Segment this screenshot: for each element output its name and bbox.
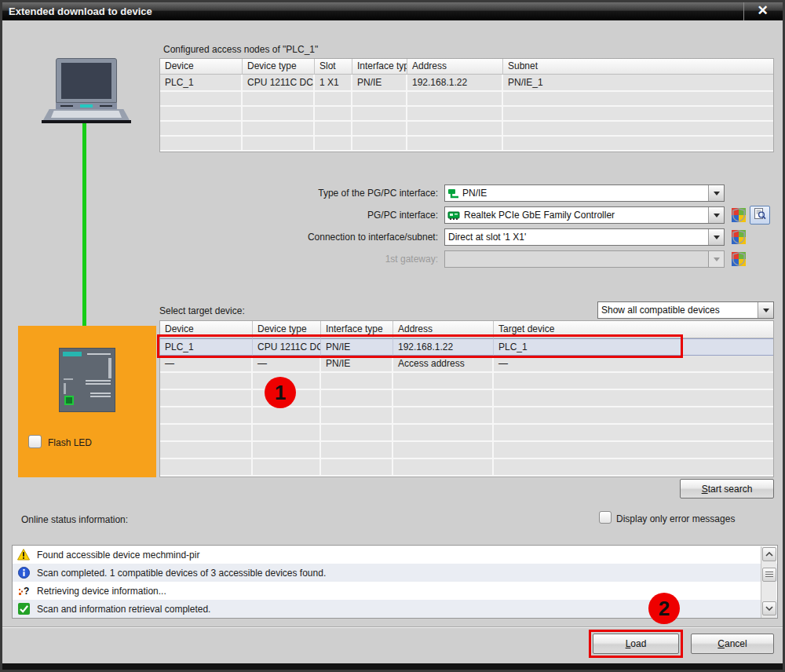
cell-address: Access address — [393, 356, 494, 373]
table-row-empty — [160, 442, 773, 459]
info-icon — [17, 567, 30, 579]
connection-subnet-dropdown[interactable]: Direct at slot '1 X1' — [444, 228, 725, 246]
load-button[interactable]: Load — [593, 634, 679, 654]
plc-graphic — [59, 348, 115, 412]
scroll-thumb[interactable] — [762, 568, 776, 582]
col-target-device: Target device — [494, 321, 773, 338]
status-row: Scan completed. 1 compatible devices of … — [13, 564, 777, 582]
cell-target-device: — — [494, 356, 773, 373]
uac-shield-icon — [732, 252, 746, 266]
device-filter-value: Show all compatible devices — [598, 305, 758, 316]
status-scrollbar[interactable] — [761, 546, 776, 618]
error-filter-label: Display only error messages — [616, 513, 735, 524]
cell-address: 192.168.1.22 — [393, 338, 494, 356]
close-icon[interactable]: ✕ — [743, 2, 781, 20]
network-adapter-icon — [447, 210, 461, 221]
network-cable-graphic — [82, 123, 86, 352]
cancel-button[interactable]: Cancel — [691, 634, 774, 654]
select-target-label: Select target device: — [159, 305, 245, 316]
table-row-empty — [160, 137, 773, 152]
chevron-down-icon[interactable] — [708, 185, 724, 201]
col-interface-type: Interface type — [352, 59, 407, 75]
col-address: Address — [393, 321, 494, 338]
table-row[interactable]: PLC_1 CPU 1211C DC/D... 1 X1 PN/IE 192.1… — [160, 75, 773, 92]
status-row: Found accessible device mechmind-pir — [13, 546, 777, 564]
cell-target-device: PLC_1 — [494, 338, 773, 356]
cell-device: PLC_1 — [160, 338, 253, 356]
extended-download-dialog: Extended download to device ✕ Configured… — [0, 0, 785, 672]
magnifier-icon — [754, 207, 766, 223]
pgpc-interface-value: Realtek PCIe GbE Family Controller — [461, 210, 708, 221]
uac-shield-icon — [732, 208, 746, 222]
configured-nodes-label: Configured access nodes of "PLC_1" — [163, 44, 318, 55]
annotation-step-1: 1 — [265, 377, 296, 408]
table-row-empty — [160, 425, 773, 442]
cell-interface-type: PN/IE — [321, 338, 393, 356]
cell-address: 192.168.1.22 — [407, 75, 503, 92]
cell-interface-type: PN/IE — [352, 75, 407, 92]
target-device-table: Device Device type Interface type Addres… — [159, 320, 774, 477]
chevron-down-icon[interactable] — [758, 302, 773, 318]
table-row-empty — [160, 107, 773, 122]
start-search-label: Start search — [702, 484, 753, 495]
table-row-empty — [160, 92, 773, 107]
dialog-titlebar: Extended download to device ✕ — [2, 2, 783, 20]
pgpc-type-value: PN/IE — [459, 188, 708, 199]
chevron-down-icon[interactable] — [708, 229, 724, 245]
annotation-step-2: 2 — [648, 593, 680, 624]
configured-nodes-table: Device Device type Slot Interface type A… — [159, 58, 774, 152]
table-row-empty — [160, 390, 773, 407]
chevron-down-icon[interactable] — [708, 207, 724, 223]
online-status-label: Online status information: — [21, 514, 128, 525]
cell-slot: 1 X1 — [315, 75, 352, 92]
flash-led-label: Flash LED — [48, 437, 92, 448]
status-text: Retrieving device information... — [37, 586, 166, 597]
load-label: Load — [626, 638, 647, 649]
table-row-selected[interactable]: PLC_1 CPU 1211C DC/D... PN/IE 192.168.1.… — [160, 338, 773, 356]
scroll-up-icon[interactable] — [762, 547, 776, 561]
col-device: Device — [160, 321, 253, 338]
dialog-bottom-border — [2, 663, 783, 670]
cancel-label: Cancel — [717, 638, 747, 649]
table-row-empty — [160, 459, 773, 477]
flash-led-checkbox[interactable] — [28, 435, 42, 448]
cell-subnet: PN/IE_1 — [503, 75, 773, 92]
table-row-empty — [160, 373, 773, 390]
scroll-down-icon[interactable] — [762, 601, 776, 615]
pnie-icon — [447, 188, 459, 199]
table-header-row: Device Device type Interface type Addres… — [160, 321, 773, 338]
first-gateway-label: 1st gateway: — [191, 254, 438, 265]
cell-device: PLC_1 — [160, 75, 243, 92]
col-subnet: Subnet — [503, 59, 773, 75]
dialog-title: Extended download to device — [9, 2, 152, 20]
col-interface-type: Interface type — [321, 321, 393, 338]
table-row[interactable]: — — PN/IE Access address — — [160, 356, 773, 373]
cell-interface-type: PN/IE — [321, 356, 393, 373]
target-device-panel — [18, 326, 156, 477]
error-filter-checkbox[interactable] — [599, 511, 612, 524]
interface-properties-button[interactable] — [750, 206, 770, 225]
pgpc-type-dropdown[interactable]: PN/IE — [444, 184, 725, 202]
svg-text:?: ? — [24, 586, 29, 597]
cell-device: — — [160, 356, 253, 373]
retrieving-icon: ? — [17, 585, 30, 597]
cell-device-type: — — [253, 356, 321, 373]
cell-device-type: CPU 1211C DC/D... — [253, 338, 321, 356]
start-search-button[interactable]: Start search — [680, 479, 774, 499]
col-device: Device — [160, 59, 243, 75]
warning-icon — [17, 549, 30, 561]
status-text: Scan completed. 1 compatible devices of … — [37, 568, 326, 579]
connection-subnet-label: Connection to interface/subnet: — [191, 232, 438, 243]
connection-subnet-value: Direct at slot '1 X1' — [445, 232, 708, 243]
pgpc-interface-dropdown[interactable]: Realtek PCIe GbE Family Controller — [444, 206, 725, 224]
pgpc-type-label: Type of the PG/PC interface: — [191, 188, 438, 199]
status-text: Scan and information retrieval completed… — [37, 604, 210, 615]
device-filter-dropdown[interactable]: Show all compatible devices — [597, 301, 774, 319]
col-device-type: Device type — [243, 59, 315, 75]
first-gateway-dropdown — [444, 250, 725, 268]
status-text: Found accessible device mechmind-pir — [37, 550, 199, 561]
footer-divider — [2, 626, 785, 628]
table-header-row: Device Device type Slot Interface type A… — [160, 59, 773, 75]
chevron-down-icon — [708, 251, 724, 267]
col-device-type: Device type — [253, 321, 321, 338]
